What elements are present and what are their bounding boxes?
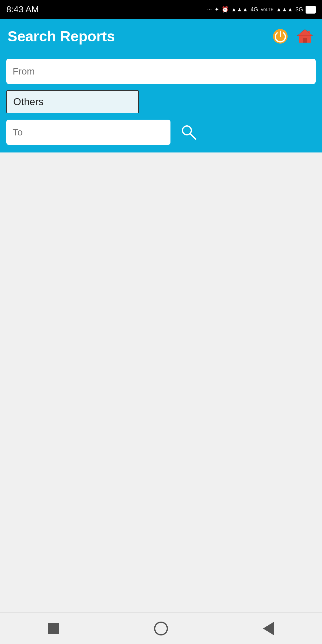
- bottom-nav: [0, 612, 322, 644]
- main-content: [0, 152, 322, 612]
- volte-icon: VoLTE: [261, 7, 274, 12]
- svg-rect-3: [303, 38, 307, 43]
- search-icon: [180, 123, 198, 141]
- home-button[interactable]: [295, 27, 314, 46]
- from-input[interactable]: [13, 66, 309, 77]
- home-nav-button[interactable]: [151, 618, 171, 639]
- dots-icon: ···: [207, 6, 212, 13]
- svg-marker-1: [297, 29, 313, 36]
- status-bar: 8:43 AM ··· ✦ ⏰ ▲▲▲ 4G VoLTE ▲▲▲ 3G 92: [0, 0, 322, 19]
- header-icons: [271, 27, 314, 46]
- svg-line-8: [190, 134, 196, 139]
- others-dropdown[interactable]: Others: [6, 90, 139, 113]
- to-row: [6, 120, 316, 145]
- others-label: Others: [13, 96, 44, 108]
- power-button[interactable]: [271, 27, 289, 45]
- alarm-icon: ⏰: [222, 6, 229, 13]
- back-button[interactable]: [260, 618, 277, 639]
- app-header: Search Reports: [0, 19, 322, 54]
- home-icon: [296, 27, 314, 45]
- bluetooth-icon: ✦: [214, 6, 219, 13]
- signal-3g-icon: ▲▲▲: [276, 6, 293, 13]
- signal-icon: ▲▲▲: [231, 6, 248, 13]
- app-title: Search Reports: [8, 28, 115, 45]
- to-input[interactable]: [13, 127, 164, 138]
- network-3g-icon: 3G: [295, 6, 303, 13]
- power-icon: [272, 28, 289, 45]
- from-input-wrapper[interactable]: [6, 59, 316, 84]
- back-icon: [263, 622, 274, 635]
- to-input-wrapper[interactable]: [6, 120, 170, 145]
- status-icons: ··· ✦ ⏰ ▲▲▲ 4G VoLTE ▲▲▲ 3G 92: [207, 6, 316, 14]
- battery-level: 92: [306, 6, 316, 14]
- home-nav-icon: [154, 622, 168, 635]
- network-4g-icon: 4G: [250, 6, 258, 13]
- recent-apps-icon: [48, 623, 59, 634]
- status-time: 8:43 AM: [6, 4, 39, 15]
- search-controls: Others: [0, 54, 322, 152]
- search-button[interactable]: [177, 120, 201, 144]
- recent-apps-button[interactable]: [45, 620, 62, 637]
